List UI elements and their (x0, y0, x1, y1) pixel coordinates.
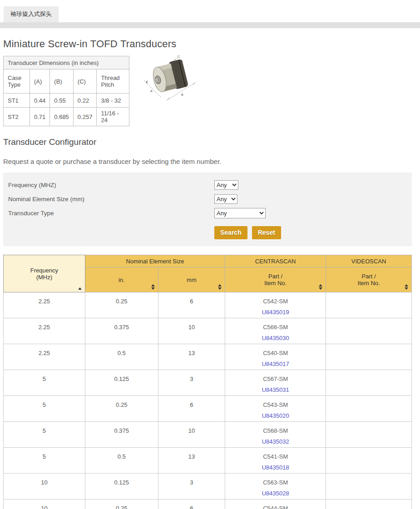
cell-centrascan: C566-SMU8435030 (225, 318, 326, 344)
column-header-centrascan-part[interactable]: Part / Item No. (225, 267, 326, 292)
sort-toggle-icon[interactable] (151, 284, 155, 290)
cell-videoscan (326, 474, 412, 499)
item-number-link[interactable]: U8435018 (262, 464, 289, 471)
table-row: 50.1253C567-SMU8435031 (4, 370, 412, 396)
table-row: ST1 0.44 0.55 0.22 3/8 - 32 (4, 94, 129, 108)
table-row: 50.256C543-SMU8435020 (4, 396, 412, 422)
table-row: 2.250.513C540-SMU8435017 (4, 344, 412, 370)
dimensions-section: Transducer Dimensions (in inches) Case T… (3, 56, 412, 126)
configurator-title: Transducer Configurator (3, 137, 412, 147)
cell-size-mm: 3 (158, 474, 225, 499)
cell-size-mm: 13 (158, 448, 225, 474)
cell-b: 0.55 (50, 94, 74, 108)
cell-videoscan (326, 344, 412, 370)
cell-thread: 3/8 - 32 (97, 94, 129, 108)
item-number-link[interactable]: U8435020 (262, 412, 289, 419)
cell-frequency: 10 (4, 474, 85, 499)
cell-case-type: ST1 (4, 94, 30, 108)
cell-size-in: 0.25 (85, 292, 158, 318)
group-header-row: Frequency (MHz) Nominal Element Size CEN… (4, 255, 412, 267)
part-number: C567-SM (225, 374, 326, 385)
sort-toggle-icon[interactable] (319, 284, 322, 290)
frequency-header-line1: Frequency (5, 267, 83, 274)
transducer-type-select[interactable]: Any (214, 208, 266, 218)
table-row: 50.37510C568-SMU8435032 (4, 422, 412, 448)
cell-centrascan: C567-SMU8435031 (225, 370, 326, 396)
cell-size-mm: 6 (158, 292, 225, 318)
cell-size-in: 0.5 (85, 344, 158, 370)
cell-case-type: ST2 (4, 108, 30, 126)
cell-centrascan: C541-SMU8435018 (225, 448, 326, 474)
column-header-videoscan-part[interactable]: Part / Item No. (326, 267, 412, 292)
group-header-nominal-element-size: Nominal Element Size (85, 255, 225, 267)
transducer-type-label: Transducer Type (8, 210, 214, 217)
reset-button[interactable]: Reset (252, 226, 281, 239)
svg-text:A: A (150, 89, 153, 93)
item-number-link[interactable]: U8435028 (262, 490, 289, 497)
part-number: C541-SM (225, 451, 326, 462)
cell-size-mm: 13 (158, 344, 225, 370)
configurator-intro: Request a quote or purchase a transducer… (3, 158, 412, 165)
item-number-link[interactable]: U8435030 (262, 335, 289, 341)
tab-miniature-screwin-probes[interactable]: 袖珍旋入式探头 (4, 6, 59, 22)
buttons-row: Search Reset (214, 226, 412, 239)
cell-b: 0.685 (50, 108, 74, 126)
item-number-link[interactable]: U8435017 (262, 361, 289, 367)
cell-videoscan (326, 370, 412, 396)
element-size-select[interactable]: Any (214, 194, 237, 204)
dimensions-table: Transducer Dimensions (in inches) Case T… (3, 56, 129, 126)
dimensions-table-title: Transducer Dimensions (in inches) (4, 56, 129, 69)
table-row: ST2 0.71 0.685 0.257 11/16 - 24 (4, 108, 129, 126)
form-row-element-size: Nominal Element Size (mm) Any (8, 192, 412, 206)
col-a: (A) (30, 69, 50, 94)
cell-size-in: 0.25 (85, 499, 158, 509)
part-number: C543-SM (225, 400, 326, 410)
table-row: 2.250.37510C566-SMU8435030 (4, 318, 412, 344)
item-number-link[interactable]: U8435031 (262, 386, 289, 393)
cell-size-in: 0.25 (85, 396, 158, 422)
cell-centrascan: C568-SMU8435032 (225, 422, 326, 448)
item-number-link[interactable]: U8435019 (262, 309, 289, 316)
frequency-header-line2: (MHz) (5, 274, 83, 281)
column-header-inches[interactable]: in. (85, 267, 158, 292)
group-header-centrascan: CENTRASCAN (225, 255, 326, 267)
cell-videoscan (326, 422, 412, 448)
cell-size-mm: 10 (158, 318, 225, 344)
frequency-label: Frequency (MHZ) (8, 182, 214, 188)
cell-videoscan (326, 499, 412, 509)
cell-c: 0.257 (73, 108, 97, 126)
item-number-link[interactable]: U8435032 (262, 438, 289, 445)
sort-ascending-icon[interactable] (78, 287, 82, 290)
page-title: Miniature Screw-in TOFD Transducers (3, 38, 412, 50)
cell-frequency: 5 (4, 396, 85, 422)
sort-toggle-icon[interactable] (405, 284, 408, 290)
cell-thread: 11/16 - 24 (97, 108, 129, 126)
cell-a: 0.71 (30, 108, 50, 126)
cell-size-in: 0.375 (85, 318, 158, 344)
tab-label: 袖珍旋入式探头 (10, 10, 52, 17)
part-number: C568-SM (225, 425, 326, 436)
cell-centrascan: C543-SMU8435020 (225, 396, 326, 422)
sort-toggle-icon[interactable] (218, 284, 222, 290)
part-number: C544-SM (225, 503, 326, 509)
part-number: C566-SM (225, 322, 326, 333)
cell-c: 0.22 (73, 94, 97, 108)
search-button[interactable]: Search (214, 226, 247, 239)
cell-centrascan: C540-SMU8435017 (225, 344, 326, 370)
cell-centrascan: C542-SMU8435019 (225, 292, 326, 318)
column-header-mm[interactable]: mm (158, 267, 225, 292)
frequency-select[interactable]: Any (214, 180, 238, 190)
cell-frequency: 2.25 (4, 292, 85, 318)
form-row-transducer-type: Transducer Type Any (8, 206, 412, 220)
cell-centrascan: C563-SMU8435028 (225, 474, 326, 499)
cell-frequency: 2.25 (4, 318, 85, 344)
column-header-frequency[interactable]: Frequency (MHz) (4, 255, 85, 292)
table-row: 50.513C541-SMU8435018 (4, 448, 412, 474)
cell-size-in: 0.125 (85, 474, 158, 499)
cell-size-mm: 10 (158, 422, 225, 448)
cell-frequency: 10 (4, 499, 85, 509)
col-case-type: Case Type (4, 69, 30, 94)
cell-size-in: 0.375 (85, 422, 158, 448)
svg-text:B: B (181, 93, 183, 96)
part-number: C540-SM (225, 348, 326, 359)
